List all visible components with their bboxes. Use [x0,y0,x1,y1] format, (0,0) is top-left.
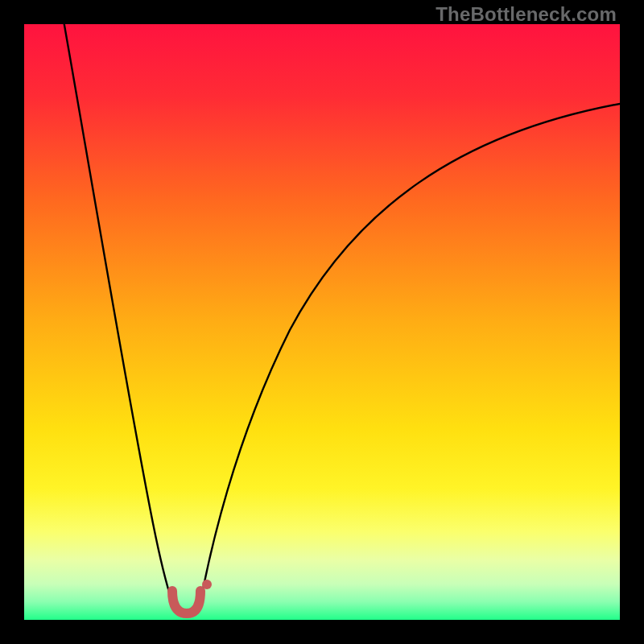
chart-frame: TheBottleneck.com [0,0,644,644]
bottleneck-curves [24,24,620,620]
watermark-text: TheBottleneck.com [436,3,617,26]
plot-area [24,24,620,620]
valley-u-marker [172,591,200,613]
curve-left [63,24,172,602]
curve-right [200,103,620,602]
valley-dot [202,580,212,589]
